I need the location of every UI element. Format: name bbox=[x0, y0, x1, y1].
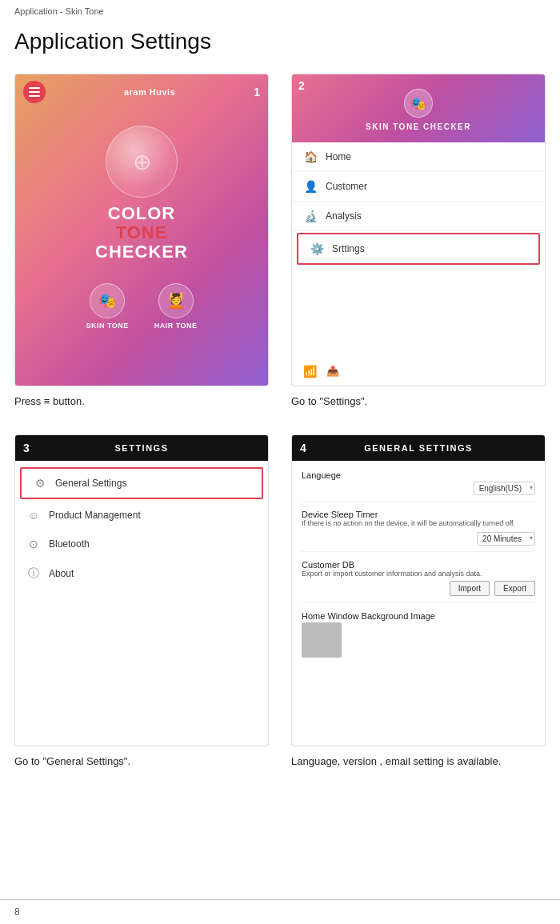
menu-item-settings[interactable]: ⚙️ Srttings bbox=[297, 233, 540, 265]
divider-3 bbox=[302, 602, 535, 603]
s3-menu-item-bluetooth[interactable]: ⊙ Bluetooth bbox=[15, 530, 268, 558]
screen2-caption: Go to "Settings". bbox=[291, 393, 546, 409]
general-settings-icon: ⚙ bbox=[33, 477, 47, 490]
bg-image-section: Home Window Background Image bbox=[302, 610, 535, 658]
hamburger-line1 bbox=[29, 87, 40, 89]
language-select[interactable]: English(US) bbox=[474, 482, 535, 495]
screen4: 4 GENERAL SETTINGS Languege English(US) bbox=[291, 434, 546, 747]
screen1-topbar: aram Huvis 1 bbox=[15, 74, 268, 110]
menu-item-analysis[interactable]: 🔬 Analysis bbox=[292, 202, 545, 231]
screenshot-cell-3: 3 SETTINGS ⚙ General Settings ☺ Product … bbox=[14, 434, 269, 770]
screen2-menu: 🏠 Home 👤 Customer 🔬 Analysis ⚙️ Srttings bbox=[292, 142, 545, 357]
sleep-timer-section: Device Sleep Timer If there is no action… bbox=[302, 508, 535, 546]
screen4-content: Languege English(US) Device Sleep Timer … bbox=[292, 461, 545, 746]
screen3: 3 SETTINGS ⚙ General Settings ☺ Product … bbox=[14, 434, 269, 747]
screen1-number: 1 bbox=[254, 86, 260, 98]
screen3-menu: ⚙ General Settings ☺ Product Management … bbox=[15, 461, 268, 746]
language-select-row: English(US) bbox=[302, 480, 535, 494]
about-icon: ⓘ bbox=[26, 566, 41, 581]
product-management-icon: ☺ bbox=[26, 509, 41, 522]
s3-menu-item-about[interactable]: ⓘ About bbox=[15, 558, 268, 589]
customer-db-desc: Export or import customer information an… bbox=[302, 570, 535, 579]
export-button[interactable]: Export bbox=[494, 581, 535, 596]
hamburger-line2 bbox=[29, 91, 40, 93]
screenshot-cell-1: aram Huvis 1 ⊕ COLOR TONE CHECKER 🎭 SKIN… bbox=[14, 74, 269, 409]
menu-item-customer[interactable]: 👤 Customer bbox=[292, 172, 545, 202]
customer-db-label: Customer DB bbox=[302, 560, 535, 570]
screen1-bottom: 🎭 SKIN TONE 💆 HAIR TONE bbox=[15, 270, 268, 338]
screen2-number: 2 bbox=[298, 79, 305, 92]
customer-icon: 👤 bbox=[303, 180, 318, 193]
screen1-center: ⊕ COLOR TONE CHECKER bbox=[15, 110, 268, 270]
skin-tone-icon: 🎭 bbox=[90, 283, 125, 318]
bg-image-label: Home Window Background Image bbox=[302, 611, 535, 621]
import-button[interactable]: Import bbox=[450, 581, 490, 596]
screenshot-cell-4: 4 GENERAL SETTINGS Languege English(US) bbox=[291, 434, 546, 770]
screenshot-cell-2: 2 🎭 SKIN TONE CHECKER 🏠 Home 👤 Customer … bbox=[291, 74, 546, 409]
breadcrumb: Application - Skin Tone bbox=[0, 0, 560, 22]
menu-item-settings-label: Srttings bbox=[332, 243, 365, 254]
screen2-app-title: SKIN TONE CHECKER bbox=[366, 122, 471, 131]
sleep-timer-select[interactable]: 20 Minutes bbox=[477, 532, 535, 546]
home-icon: 🏠 bbox=[303, 150, 318, 163]
menu-item-customer-label: Customer bbox=[326, 181, 367, 192]
language-select-wrapper[interactable]: English(US) bbox=[474, 480, 535, 494]
screen4-title: GENERAL SETTINGS bbox=[364, 443, 473, 453]
language-label: Languege bbox=[302, 470, 535, 480]
screen4-caption: Language, version , email setting is ava… bbox=[291, 753, 546, 769]
sleep-timer-desc: If there is no action on the device, it … bbox=[302, 519, 535, 529]
s3-menu-item-product[interactable]: ☺ Product Management bbox=[15, 501, 268, 530]
screen2-logo-icon: 🎭 bbox=[404, 89, 433, 118]
divider-2 bbox=[302, 551, 535, 552]
bg-image-placeholder bbox=[302, 622, 342, 658]
logo-text: aram Huvis bbox=[124, 87, 175, 97]
color-line: COLOR bbox=[95, 204, 188, 223]
page-number: 8 bbox=[14, 906, 20, 918]
sleep-timer-select-wrapper[interactable]: 20 Minutes bbox=[477, 530, 535, 545]
screen1: aram Huvis 1 ⊕ COLOR TONE CHECKER 🎭 SKIN… bbox=[14, 74, 269, 386]
hair-tone-label: HAIR TONE bbox=[154, 322, 198, 330]
divider-1 bbox=[302, 501, 535, 502]
page-title: Application Settings bbox=[0, 22, 560, 74]
sleep-timer-label: Device Sleep Timer bbox=[302, 510, 535, 519]
bluetooth-settings-icon: ⊙ bbox=[26, 538, 41, 550]
menu-item-home-label: Home bbox=[326, 151, 351, 162]
customer-db-buttons: Import Export bbox=[302, 581, 535, 596]
hair-tone-cell[interactable]: 💆 HAIR TONE bbox=[154, 283, 198, 330]
menu-item-home[interactable]: 🏠 Home bbox=[292, 142, 545, 172]
screenshots-grid: aram Huvis 1 ⊕ COLOR TONE CHECKER 🎭 SKIN… bbox=[0, 74, 560, 794]
s3-product-management-label: Product Management bbox=[49, 510, 141, 521]
s3-bluetooth-label: Bluetooth bbox=[49, 538, 90, 550]
screen2-header: 2 🎭 SKIN TONE CHECKER bbox=[292, 74, 545, 142]
settings-icon: ⚙️ bbox=[310, 242, 324, 255]
customer-db-section: Customer DB Export or import customer in… bbox=[302, 558, 535, 596]
screen2-footer: 📶 📤 bbox=[292, 357, 545, 386]
bluetooth-icon: 📶 bbox=[303, 365, 317, 378]
menu-item-analysis-label: Analysis bbox=[326, 210, 362, 222]
share-icon: 📤 bbox=[326, 365, 339, 377]
screen1-caption: Press ≡ button. bbox=[14, 393, 269, 409]
color-title: COLOR TONE CHECKER bbox=[95, 204, 188, 262]
page-footer: 8 bbox=[0, 899, 560, 924]
s3-about-label: About bbox=[49, 568, 74, 579]
screen3-header: 3 SETTINGS bbox=[15, 435, 268, 461]
screen3-title: SETTINGS bbox=[114, 443, 168, 453]
screen4-header: 4 GENERAL SETTINGS bbox=[292, 435, 545, 461]
checker-line: CHECKER bbox=[95, 242, 188, 262]
hamburger-button[interactable] bbox=[23, 81, 46, 103]
globe-icon: ⊕ bbox=[106, 126, 178, 198]
hamburger-line3 bbox=[29, 95, 40, 97]
screen2: 2 🎭 SKIN TONE CHECKER 🏠 Home 👤 Customer … bbox=[291, 74, 546, 386]
s3-general-settings-label: General Settings bbox=[55, 478, 126, 489]
screen3-number: 3 bbox=[23, 442, 30, 454]
skin-tone-cell[interactable]: 🎭 SKIN TONE bbox=[86, 283, 128, 330]
screen3-caption: Go to "General Settings". bbox=[14, 753, 269, 769]
s3-menu-item-general[interactable]: ⚙ General Settings bbox=[20, 467, 263, 499]
skin-tone-label: SKIN TONE bbox=[86, 322, 128, 330]
hair-tone-icon: 💆 bbox=[158, 283, 194, 318]
analysis-icon: 🔬 bbox=[303, 210, 318, 222]
language-section: Languege English(US) bbox=[302, 469, 535, 494]
sleep-timer-select-row: 20 Minutes bbox=[302, 530, 535, 545]
tone-line: TONE bbox=[95, 223, 188, 242]
screen4-number: 4 bbox=[300, 442, 306, 454]
